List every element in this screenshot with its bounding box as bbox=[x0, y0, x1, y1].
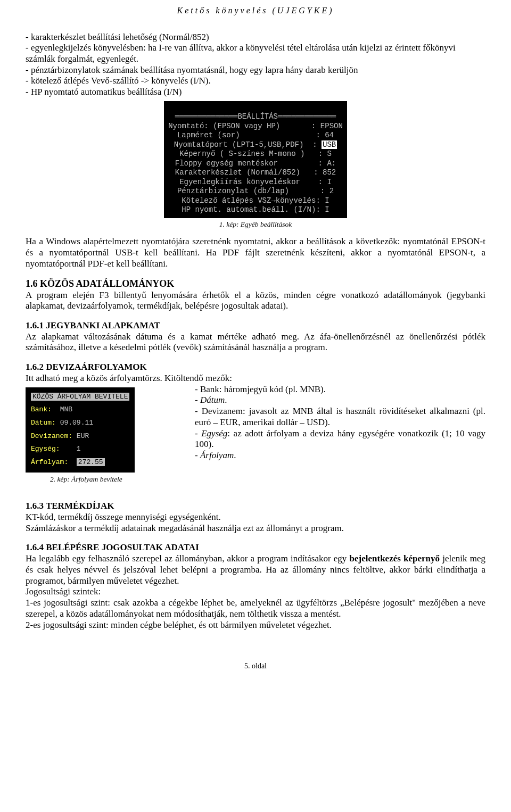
bullet: egyenlegkijelzés könyvelésben: ha I-re v… bbox=[26, 43, 485, 64]
dos-row: Nyomtató: (EPSON vagy HP) : EPSON bbox=[168, 122, 343, 130]
paragraph: 1-es jogosultsági szint: csak azokba a c… bbox=[26, 598, 485, 619]
field-definitions: - Bank: háromjegyű kód (pl. MNB). - Dátu… bbox=[195, 384, 485, 461]
paragraph: Jogosultsági szintek: bbox=[26, 586, 485, 598]
dos-screenshot-arfolyam: KÖZÖS ÁRFOLYAM BEVITELE Bank: MNB Dátum:… bbox=[26, 387, 135, 473]
figure-caption-1: 1. kép: Egyéb beállítások bbox=[26, 220, 485, 229]
section-1-6-1: 1.6.1 JEGYBANKI ALAPKAMAT bbox=[26, 320, 485, 332]
dos-row: Floppy egység mentéskor : A: bbox=[175, 159, 336, 168]
dos-row: Nyomtatóport (LPT1-5,USB,PDF) : USB bbox=[174, 140, 337, 149]
dos-row: Képernyő ( S-színes M-mono ) : S bbox=[179, 150, 332, 158]
page-header: Kettős könyvelés (UJEGYKE) bbox=[26, 5, 485, 16]
dos-highlight: USB bbox=[322, 140, 337, 149]
def-bank: - Bank: háromjegyű kód (pl. MNB). bbox=[195, 384, 485, 395]
bullet: pénztárbizonylatok számának beállítása n… bbox=[26, 65, 485, 76]
bullet: kötelező átlépés Vevő-szállító -> könyve… bbox=[26, 76, 485, 87]
dos-title: KÖZÖS ÁRFOLYAM BEVITELE bbox=[31, 393, 129, 401]
bullet: HP nyomtató automatikus beállítása (I/N) bbox=[26, 87, 485, 98]
intro-bullets: karakterkészlet beállítási lehetőség (No… bbox=[26, 32, 485, 98]
dos-row: Pénztárbizonylat (db/lap) : 2 bbox=[177, 187, 334, 195]
dos-screenshot-beallitas: ══════════════BEÁLLÍTÁS═════════════ Nyo… bbox=[164, 101, 347, 218]
bullet: karakterkészlet beállítási lehetőség (No… bbox=[26, 32, 485, 43]
paragraph: Ha legalább egy felhasználó szerepel az … bbox=[26, 553, 485, 586]
paragraph: A program elején F3 billentyű lenyomásár… bbox=[26, 290, 485, 312]
figure-caption-2: 2. kép: Árfolyam bevitele bbox=[50, 475, 185, 484]
section-1-6-2: 1.6.2 DEVIZAÁRFOLYAMOK bbox=[26, 362, 485, 373]
section-1-6-3: 1.6.3 TERMÉKDÍJAK bbox=[26, 501, 485, 512]
def-egyseg: - Egység: az adott árfolyam a deviza hán… bbox=[195, 428, 485, 450]
paragraph: 2-es jogosultsági szint: minden cégbe be… bbox=[26, 620, 485, 631]
dos-row: Karakterkészlet (Normál/852) : 852 bbox=[175, 168, 336, 177]
paragraph: Számlázáskor a termékdíj adatainak megad… bbox=[26, 523, 485, 534]
paragraph: Az alapkamat változásának dátuma és a ka… bbox=[26, 332, 485, 353]
page-footer: 5. oldal bbox=[26, 661, 485, 670]
dos-row: Kötelező átlépés VSZ→könyvelés: I bbox=[182, 196, 329, 205]
def-datum: - Dátum. bbox=[195, 395, 485, 406]
dos-row: Lapméret (sor) : 64 bbox=[177, 131, 334, 139]
def-devizanem: - Devizanem: javasolt az MNB által is ha… bbox=[195, 406, 485, 428]
section-1-6: 1.6 KÖZÖS ADATÁLLOMÁNYOK bbox=[26, 278, 485, 290]
dos-row: Egyenlegkiírás könyveléskor : I bbox=[179, 178, 332, 186]
dos-title: ══════════════BEÁLLÍTÁS═════════════ bbox=[175, 112, 336, 121]
paragraph: Itt adható meg a közös árfolyamtörzs. Ki… bbox=[26, 373, 485, 384]
def-arfolyam: - Árfolyam. bbox=[195, 450, 485, 461]
dos-row: HP nyomt. automat.beáll. (I/N): I bbox=[182, 205, 329, 214]
section-1-6-4: 1.6.4 BELÉPÉSRE JOGOSULTAK ADATAI bbox=[26, 542, 485, 553]
paragraph: KT-kód, termékdíj összege mennyiségi egy… bbox=[26, 512, 485, 523]
paragraph: Ha a Windows alapértelmezett nyomtatójár… bbox=[26, 236, 485, 269]
